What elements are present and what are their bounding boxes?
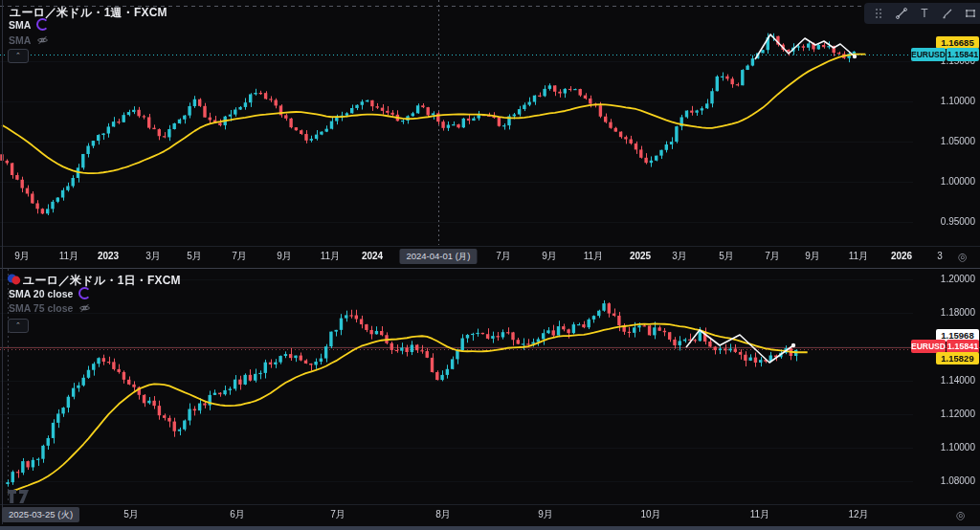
- time-axis-label: 5月: [187, 247, 202, 266]
- symbol-tag: EURUSD: [911, 48, 946, 61]
- top-legend-sma-label: SMA: [9, 19, 31, 31]
- time-axis-label: 2025: [630, 247, 651, 266]
- time-axis-label: 9月: [538, 505, 553, 524]
- time-axis-label: 11月: [849, 247, 868, 266]
- time-axis-label: 9月: [542, 247, 557, 266]
- time-axis-label: 2023: [98, 247, 119, 266]
- price-tick-label: 1.14000: [941, 374, 975, 387]
- time-axis-label: 11月: [584, 247, 603, 266]
- pane-divider[interactable]: [0, 268, 980, 269]
- bottom-symbol-price-badge: EURUSD 1.15841: [911, 340, 979, 353]
- symbol-tag: EURUSD: [911, 340, 946, 353]
- bottom-axis-target-icon[interactable]: ◎: [956, 505, 966, 524]
- time-axis-label: 6月: [230, 505, 245, 524]
- last-price-value: 1.15841: [947, 48, 979, 61]
- bottom-legend-sma20[interactable]: SMA 20 close: [9, 287, 91, 299]
- loading-spinner-icon: [36, 18, 49, 31]
- price-tick-label: 0.95000: [941, 215, 975, 229]
- time-axis-label: 9月: [14, 247, 30, 266]
- time-axis-label: 5月: [123, 505, 139, 524]
- time-axis-label: 3月: [672, 247, 687, 266]
- time-axis-label: 7月: [232, 247, 247, 266]
- trendline-tool-icon[interactable]: [891, 4, 912, 23]
- time-axis-label: 11月: [321, 247, 340, 266]
- time-axis-label: 7月: [330, 505, 345, 524]
- tradingview-logo[interactable]: [8, 490, 31, 508]
- time-axis-label: 8月: [435, 505, 451, 524]
- loading-spinner-icon: [78, 287, 91, 299]
- price-tick-label: 1.20000: [941, 273, 975, 286]
- top-crosshair-date-badge: 2024-04-01 (月): [399, 249, 477, 264]
- price-tick-label: 1.00000: [941, 175, 975, 188]
- time-axis-label: 2026: [891, 247, 912, 266]
- window-bottom-strip: [0, 526, 980, 530]
- drag-handle-icon[interactable]: [868, 4, 889, 23]
- top-symbol-price-badge: EURUSD 1.15841: [911, 48, 979, 61]
- bottom-pane-collapse-button[interactable]: ⌃: [8, 319, 29, 333]
- time-axis-label: 3: [937, 247, 943, 266]
- bottom-time-axis[interactable]: 5月6月7月8月9月10月11月12月 2025-03-25 (火) ◎: [0, 505, 980, 524]
- top-legend-sma2-label: SMA: [9, 34, 31, 46]
- time-axis-label: 3月: [145, 247, 161, 266]
- time-axis-label: 7月: [765, 247, 780, 266]
- top-time-axis[interactable]: 9月11月20233月5月7月9月11月20247月9月11月20253月5月7…: [0, 247, 980, 266]
- time-axis-label: 11月: [59, 247, 78, 266]
- price-tick-label: 1.12000: [941, 408, 975, 421]
- time-axis-label: 9月: [805, 247, 820, 266]
- price-tick-label: 1.05000: [941, 135, 975, 148]
- price-tick-label: 1.18000: [941, 306, 975, 320]
- time-axis-label: 5月: [719, 247, 734, 266]
- top-legend-sma[interactable]: SMA: [9, 18, 49, 31]
- chart-window: T – ユーロ／米ドル・1週・FXCM SMA SMA ⌃ 1.150001.1…: [0, 0, 980, 530]
- time-axis-label: 11月: [750, 505, 769, 524]
- time-axis-label: 7月: [496, 247, 511, 266]
- bottom-legend-sma20-label: SMA 20 close: [9, 288, 73, 299]
- bottom-legend-sma75[interactable]: SMA 75 close: [9, 302, 91, 314]
- time-axis-label: 10月: [640, 505, 660, 524]
- bottom-sma-value-badge: 1.15829: [936, 352, 979, 364]
- top-axis-target-icon[interactable]: ◎: [958, 247, 968, 266]
- price-tick-label: 1.10000: [941, 441, 975, 454]
- top-pane-collapse-button[interactable]: ⌃: [8, 49, 29, 63]
- eye-off-icon[interactable]: [36, 34, 49, 46]
- bottom-price-axis[interactable]: 1.200001.180001.160001.140001.120001.100…: [915, 269, 980, 503]
- price-tick-label: 1.08000: [941, 475, 975, 488]
- price-tick-label: 1.10000: [941, 95, 975, 108]
- time-axis-label: 9月: [277, 247, 292, 266]
- time-axis-label: 2024: [362, 247, 383, 266]
- time-axis-label: 12月: [848, 505, 868, 524]
- bottom-crosshair-date-badge: 2025-03-25 (火): [2, 507, 79, 522]
- last-price-value: 1.15841: [947, 340, 979, 353]
- bottom-legend-sma75-label: SMA 75 close: [9, 302, 73, 314]
- eye-off-icon[interactable]: [78, 302, 91, 314]
- top-legend-sma-hidden[interactable]: SMA: [9, 34, 49, 46]
